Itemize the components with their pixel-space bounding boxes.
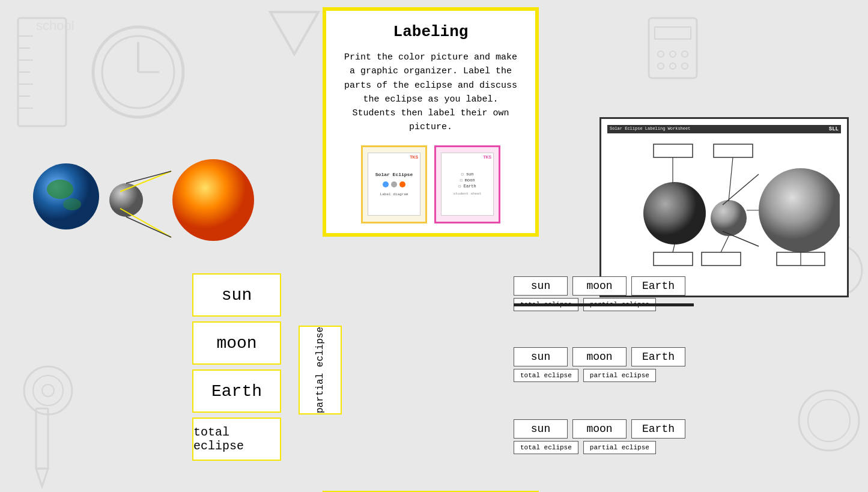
card-inner-yellow: Solar Eclipse Label diagram TKS: [368, 153, 420, 216]
word-card-earth-label: Earth: [211, 382, 262, 401]
word-set-group-3: sun moon Earth total eclipse partial ecl…: [514, 419, 685, 454]
svg-line-44: [723, 174, 759, 205]
word-cards-column: sun moon Earth total eclipse: [192, 273, 281, 461]
word-card-moon-label: moon: [216, 334, 256, 353]
svg-rect-49: [654, 252, 693, 266]
vertical-card-partial-eclipse: partial eclipse: [299, 326, 342, 415]
ws2-moon-btn[interactable]: moon: [572, 347, 627, 366]
card-heading: Labeling: [341, 23, 521, 41]
ws1-sun-btn[interactable]: sun: [514, 276, 568, 296]
worksheet-top-bar: Solar Eclipse Labeling Worksheet SLL: [607, 125, 841, 133]
word-set-2-sub: total eclipse partial eclipse: [514, 369, 685, 382]
svg-point-31: [47, 180, 73, 199]
ws1-earth-btn[interactable]: Earth: [631, 276, 685, 296]
svg-point-38: [172, 159, 254, 241]
ws3-partial-eclipse-btn[interactable]: partial eclipse: [583, 441, 656, 454]
svg-line-45: [723, 231, 759, 246]
word-card-total-eclipse-label: total eclipse: [193, 425, 280, 453]
svg-line-34: [120, 171, 171, 192]
svg-rect-50: [702, 252, 741, 266]
svg-line-37: [126, 217, 171, 237]
ws2-sun-btn[interactable]: sun: [514, 347, 568, 366]
worksheet-brand: SLL: [829, 126, 839, 132]
svg-line-35: [120, 208, 171, 237]
word-set-3-sub: total eclipse partial eclipse: [514, 441, 685, 454]
worksheet-diagram: [609, 141, 840, 285]
vertical-card-label: partial eclipse: [314, 327, 326, 413]
card-body: Print the color picture and make a graph…: [341, 50, 521, 135]
word-card-sun: sun: [192, 273, 281, 317]
main-content: Labeling Print the color picture and mak…: [0, 0, 868, 492]
word-card-earth: Earth: [192, 369, 281, 413]
ws2-earth-btn[interactable]: Earth: [631, 347, 685, 366]
card-inner-pink: ☐ sun ☐ moon ☐ Earth student sheet TKS: [441, 153, 494, 216]
solar-system-illustration: [27, 153, 267, 252]
ws3-total-eclipse-btn[interactable]: total eclipse: [514, 441, 578, 454]
ws3-sun-btn[interactable]: sun: [514, 419, 568, 439]
card-preview-pink: ☐ sun ☐ moon ☐ Earth student sheet TKS: [434, 145, 500, 223]
separator-bar-top: [514, 303, 694, 306]
ws2-partial-eclipse-btn[interactable]: partial eclipse: [583, 369, 656, 382]
worksheet-title-small: Solar Eclipse Labeling Worksheet: [610, 126, 690, 132]
word-set-2-main: sun moon Earth: [514, 347, 685, 366]
word-card-total-eclipse: total eclipse: [192, 418, 281, 461]
card-preview-yellow: Solar Eclipse Label diagram TKS: [361, 145, 427, 223]
word-set-group-2: sun moon Earth total eclipse partial ecl…: [514, 347, 685, 382]
word-card-moon: moon: [192, 321, 281, 365]
svg-point-41: [643, 182, 706, 244]
svg-line-48: [729, 157, 733, 201]
eclipse-diagram: [27, 153, 267, 249]
svg-point-43: [759, 168, 840, 252]
worksheet-content: [607, 138, 841, 288]
svg-point-32: [63, 198, 81, 210]
svg-line-53: [721, 236, 729, 252]
svg-line-36: [126, 171, 171, 183]
worksheet-panel: Solar Eclipse Labeling Worksheet SLL: [599, 117, 849, 297]
card-images: Solar Eclipse Label diagram TKS ☐ sun ☐ …: [341, 145, 521, 223]
word-set-1-main: sun moon Earth: [514, 276, 685, 296]
ws3-earth-btn[interactable]: Earth: [631, 419, 685, 439]
center-card: Labeling Print the color picture and mak…: [323, 7, 539, 237]
ws3-moon-btn[interactable]: moon: [572, 419, 627, 439]
svg-rect-39: [654, 144, 693, 157]
word-card-sun-label: sun: [222, 286, 252, 305]
svg-point-42: [711, 200, 747, 236]
word-set-3-main: sun moon Earth: [514, 419, 685, 439]
ws1-moon-btn[interactable]: moon: [572, 276, 627, 296]
svg-rect-40: [714, 144, 753, 157]
svg-line-52: [673, 244, 675, 252]
ws2-total-eclipse-btn[interactable]: total eclipse: [514, 369, 578, 382]
